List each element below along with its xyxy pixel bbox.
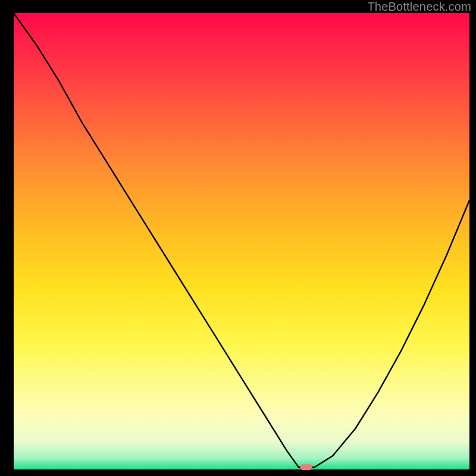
plot-background [14,13,469,469]
sweet-spot-marker [300,464,312,470]
watermark: TheBottleneck.com [367,0,471,14]
bottleneck-chart [0,0,476,476]
